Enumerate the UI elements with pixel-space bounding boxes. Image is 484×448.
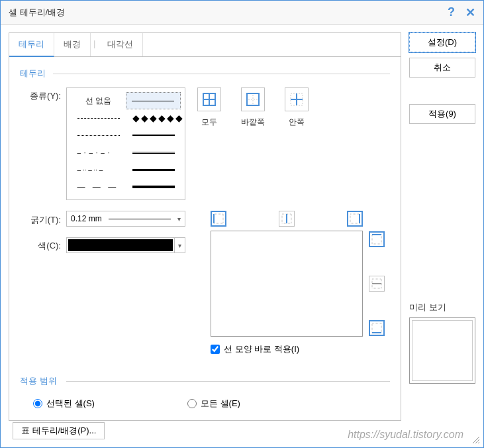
border-all-label: 모두 [197,117,221,128]
preview-label: 미리 보기 [409,302,475,313]
edge-right-bottom-button[interactable] [369,320,385,336]
section-border-title: 테두리 [20,68,390,80]
set-button[interactable]: 설정(D) [409,32,475,52]
close-icon[interactable]: ✕ [465,5,475,20]
thickness-value: 0.12 mm [71,214,102,223]
apply-button[interactable]: 적용(9) [409,104,475,124]
svg-rect-9 [214,214,223,223]
type-label: 종류(Y): [20,87,66,102]
main-panel: 테두리 배경 | 대각선 테두리 종류(Y): 선 없음 ◆◆◆ [9,32,401,421]
line-style-thick2[interactable] [126,161,181,178]
color-label: 색(C): [20,237,66,252]
window-title: 셀 테두리/배경 [9,7,448,19]
titlebar: 셀 테두리/배경 ? ✕ [1,1,483,25]
svg-rect-15 [372,235,381,244]
cancel-button[interactable]: 취소 [409,58,475,78]
thickness-select[interactable]: 0.12 mm ▾ [66,211,185,227]
thickness-label: 굵기(T): [20,211,66,226]
preview-mini [409,317,475,384]
line-style-dotted[interactable] [71,127,126,144]
line-style-longdash[interactable]: — — — [71,178,126,196]
line-style-thick1[interactable] [126,127,181,144]
line-style-dashdotdot[interactable]: – ·· – ·· – [71,161,126,178]
line-style-dotted-heavy[interactable]: ◆◆◆◆◆◆ [126,109,181,127]
line-style-none[interactable]: 선 없음 [71,92,126,109]
table-border-bg-button[interactable]: 표 테두리/배경(P)... [13,422,105,439]
color-select[interactable]: ▾ [66,237,185,253]
chevron-down-icon: ▾ [177,215,181,223]
border-outer-button[interactable] [241,87,265,111]
resize-grip-icon[interactable] [471,435,481,445]
edge-top-mid-button[interactable] [279,211,295,227]
line-style-dash-long[interactable] [71,109,126,127]
help-icon[interactable]: ? [448,5,455,19]
line-style-solid[interactable] [126,92,181,109]
tab-border[interactable]: 테두리 [9,33,54,57]
line-style-double[interactable] [126,144,181,161]
edge-top-right-button[interactable] [347,211,363,227]
edge-right-mid-button[interactable] [369,276,385,292]
tab-background[interactable]: 배경 [54,33,91,56]
line-style-dashdot[interactable]: – · – · – · [71,144,126,161]
radio-selected-cells[interactable]: 선택된 셀(S) [33,398,95,410]
edge-top-left-button[interactable] [211,211,226,227]
chevron-down-icon: ▾ [174,238,185,252]
edge-right-top-button[interactable] [369,231,385,247]
scope-title: 적용 범위 [20,375,390,387]
apply-line-shape-checkbox[interactable] [211,345,220,354]
border-inner-label: 안쪽 [285,117,309,128]
color-swatch [68,239,173,251]
border-outer-label: 바깥쪽 [241,117,265,128]
line-style-thick3[interactable] [126,178,181,196]
apply-line-shape-label: 선 모양 바로 적용(I) [224,343,299,355]
border-inner-button[interactable] [285,87,309,111]
svg-rect-19 [372,323,381,333]
border-all-button[interactable] [197,87,221,111]
line-style-grid: 선 없음 ◆◆◆◆◆◆ – · – · – · [66,87,185,200]
tabs: 테두리 배경 | 대각선 [9,33,401,57]
border-preview-box [211,231,363,337]
svg-rect-13 [350,214,360,223]
radio-all-cells[interactable]: 모든 셀(E) [187,398,240,410]
watermark: https://syudal.tistory.com [348,429,463,441]
tab-diagonal[interactable]: 대각선 [98,33,143,56]
action-panel: 설정(D) 취소 적용(9) 미리 보기 [409,32,475,421]
